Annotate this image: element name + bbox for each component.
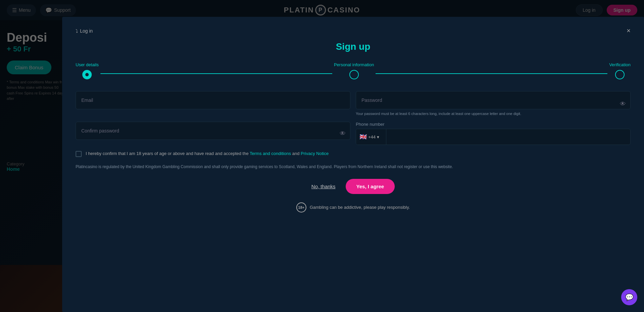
step-2-circle [349, 70, 359, 79]
privacy-link[interactable]: Privacy Notice [301, 151, 329, 156]
phone-flag: 🇬🇧 [359, 133, 367, 141]
terms-link[interactable]: Terms and conditions [250, 151, 291, 156]
step-verification: Verification [609, 62, 631, 79]
email-input[interactable] [76, 91, 350, 109]
phone-country-code: +44 [368, 134, 376, 140]
password-toggle-icon[interactable]: 👁 [620, 100, 626, 107]
step-line-1 [100, 73, 332, 74]
phone-country-select[interactable]: 🇬🇧 +44 ▾ [356, 129, 386, 145]
step-2-label: Personal information [334, 62, 374, 67]
steps-container: User details Personal information Verifi… [76, 62, 631, 79]
email-group [76, 91, 350, 116]
chat-bubble[interactable]: 💬 [621, 289, 637, 305]
confirm-password-input[interactable] [76, 122, 350, 140]
terms-checkbox[interactable] [76, 151, 82, 157]
phone-label: Phone number [356, 122, 631, 127]
step-1-circle [82, 70, 92, 79]
terms-checkbox-row: I hereby confirm that I am 18 years of a… [76, 150, 631, 157]
phone-number-input[interactable] [386, 130, 630, 144]
chevron-down-icon: ▾ [377, 134, 379, 140]
checkbox-label-before: I hereby confirm that I am 18 years of a… [86, 151, 250, 156]
modal-header: ⤵ Log in × [76, 27, 631, 35]
checkbox-label-middle: and [291, 151, 301, 156]
password-input[interactable] [356, 91, 631, 109]
step-3-label: Verification [609, 62, 631, 67]
confirm-password-group: 👁 [76, 122, 350, 145]
step-3-circle [615, 70, 625, 79]
password-group: 👁 Your password must be at least 6 chara… [356, 91, 631, 116]
form-row-1: 👁 Your password must be at least 6 chara… [76, 91, 631, 116]
regulation-text: Platincasino is regulated by the United … [76, 164, 631, 170]
age-badge: 18+ [296, 202, 306, 212]
yes-agree-button[interactable]: Yes, I agree [346, 179, 395, 194]
modal-login-link[interactable]: ⤵ Log in [76, 28, 93, 34]
age-notice-text: Gambling can be addictive, please play r… [310, 205, 410, 210]
modal-title: Sign up [76, 41, 631, 52]
password-hint: Your password must be at least 6 charact… [356, 111, 631, 116]
action-buttons: No, thanks Yes, I agree [76, 179, 631, 194]
phone-input-wrapper: 🇬🇧 +44 ▾ [356, 129, 631, 145]
login-link-label: Log in [80, 28, 93, 34]
step-personal-info: Personal information [334, 62, 374, 79]
step-user-details: User details [76, 62, 99, 79]
no-thanks-button[interactable]: No, thanks [311, 184, 336, 189]
phone-group: Phone number 🇬🇧 +44 ▾ [356, 122, 631, 145]
close-button[interactable]: × [627, 27, 631, 35]
confirm-password-toggle-icon[interactable]: 👁 [340, 130, 346, 137]
age-notice: 18+ Gambling can be addictive, please pl… [76, 202, 631, 212]
form-row-2: 👁 Phone number 🇬🇧 +44 ▾ [76, 122, 631, 145]
chat-icon: 💬 [625, 293, 634, 301]
terms-label: I hereby confirm that I am 18 years of a… [86, 150, 329, 157]
login-icon: ⤵ [76, 28, 78, 34]
step-1-label: User details [76, 62, 99, 67]
step-line-2 [376, 73, 607, 74]
signup-modal: ⤵ Log in × Sign up User details Personal… [62, 17, 644, 312]
